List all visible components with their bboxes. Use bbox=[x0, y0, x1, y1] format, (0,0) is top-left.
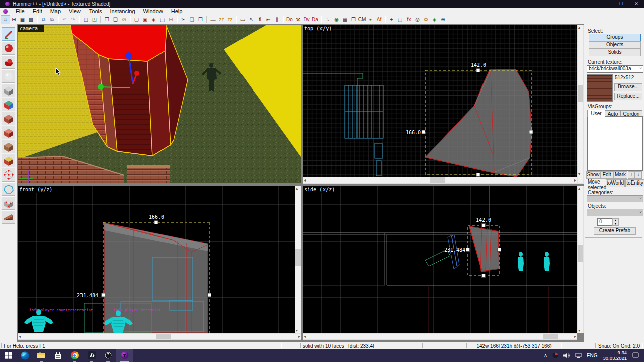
menu-instancing[interactable]: Instancing bbox=[106, 8, 139, 15]
visgroups-list[interactable] bbox=[587, 116, 643, 171]
save-window-state-button[interactable]: ⧉ bbox=[48, 16, 56, 24]
select-solids-button[interactable]: Solids bbox=[589, 49, 641, 56]
compile-cm-button[interactable]: CM bbox=[358, 16, 366, 24]
camera-tool-button[interactable] bbox=[2, 55, 15, 69]
smoothing-groups-button[interactable]: ≈ bbox=[324, 16, 332, 24]
cut-button[interactable]: ✂ bbox=[179, 16, 188, 24]
top-view-vscrollbar[interactable]: ▴▾ bbox=[577, 25, 584, 184]
angle-spinner[interactable]: 0 bbox=[597, 218, 614, 226]
handle-right[interactable] bbox=[498, 248, 501, 252]
top-view-canvas[interactable]: 142.0 166.0 top (x/y) bbox=[303, 25, 577, 177]
displacement-tool-button[interactable] bbox=[2, 210, 15, 224]
close-button[interactable]: ✕ bbox=[629, 0, 644, 8]
model-browser-button[interactable]: ✿ bbox=[422, 16, 430, 24]
action-center-icon[interactable] bbox=[632, 352, 639, 358]
texture-lock-button[interactable]: zz bbox=[217, 16, 226, 24]
disp-dv-button[interactable]: Dv bbox=[302, 16, 311, 24]
auto-visgroup-button[interactable]: ⊟ bbox=[167, 16, 175, 24]
to-entity-button[interactable]: toEntity bbox=[625, 179, 644, 187]
handle-left[interactable] bbox=[422, 130, 425, 134]
move-up-button[interactable]: ↑ bbox=[628, 171, 635, 179]
start-button[interactable] bbox=[0, 349, 17, 362]
dashed-select-button[interactable]: ⬚ bbox=[396, 16, 405, 24]
hidden-icons-chevron[interactable]: ∧ bbox=[544, 353, 547, 358]
pen-toggle-button[interactable]: ∥ bbox=[273, 16, 281, 24]
pick-face-button[interactable]: ⚒ bbox=[294, 16, 302, 24]
grid-larger-button[interactable]: ▩ bbox=[27, 16, 35, 24]
front-view-hscrollbar[interactable]: ◂▸ bbox=[18, 333, 301, 340]
handle-bottom[interactable] bbox=[476, 173, 480, 177]
spinner-down-button[interactable]: ▾ bbox=[612, 222, 619, 226]
load-window-state-button[interactable]: ⧉ bbox=[39, 16, 48, 24]
toggle-grid-button[interactable]: ⌗ bbox=[1, 16, 10, 24]
carve-button[interactable]: ◳ bbox=[82, 16, 90, 24]
decal-tool-button[interactable] bbox=[2, 126, 15, 139]
magnify-tool-button[interactable] bbox=[2, 41, 15, 55]
language-indicator[interactable]: ENG bbox=[587, 353, 598, 358]
texture-application-tool-button[interactable] bbox=[2, 98, 15, 111]
apply-current-texture-tool-button[interactable] bbox=[2, 112, 15, 125]
viewport-front[interactable]: 166.0 231.484 info_player_counterterrori… bbox=[18, 186, 295, 333]
to-world-button[interactable]: toWorld bbox=[606, 179, 625, 187]
explorer-app[interactable] bbox=[33, 349, 50, 362]
texture-group-button[interactable]: ▬ bbox=[209, 16, 217, 24]
handle-right[interactable] bbox=[529, 130, 533, 134]
orbit-view-button[interactable]: ◎ bbox=[413, 16, 422, 24]
menu-edit[interactable]: Edit bbox=[29, 8, 46, 15]
center-2d-views-button[interactable]: ⇤ bbox=[264, 16, 273, 24]
texture-combobox[interactable]: brick/brickwall003a ˅ bbox=[587, 65, 643, 73]
toggle-3d-grid-button[interactable]: ⊞ bbox=[10, 16, 18, 24]
clock[interactable]: 9:34 30.03.2021 bbox=[603, 350, 627, 361]
medal-tray-icon[interactable] bbox=[552, 352, 558, 358]
camera-view-canvas[interactable]: camera bbox=[18, 25, 301, 183]
ungroup-button[interactable]: ❑ bbox=[111, 16, 120, 24]
menu-tools[interactable]: Tools bbox=[85, 8, 106, 15]
edit-button[interactable]: Edit bbox=[600, 171, 613, 179]
cordon-edit-button[interactable]: ▢ bbox=[132, 16, 141, 24]
handle-right[interactable] bbox=[208, 293, 211, 297]
selection-tool-button[interactable] bbox=[2, 27, 15, 41]
hammer-app[interactable] bbox=[116, 349, 133, 362]
side-view-vscrollbar[interactable]: ▴▾ bbox=[577, 186, 584, 333]
foliage-tool-button[interactable]: ❧ bbox=[366, 16, 375, 24]
sky-preview-button[interactable]: ◉ bbox=[332, 16, 341, 24]
front-view-canvas[interactable]: 166.0 231.484 info_player_counterterrori… bbox=[18, 186, 295, 333]
overlay-tool-button[interactable] bbox=[2, 140, 15, 153]
grid-window-button[interactable]: ▦ bbox=[341, 16, 349, 24]
fx-toggle-button[interactable]: fx bbox=[405, 16, 413, 24]
select-objects-button[interactable]: Objects bbox=[589, 41, 641, 49]
side-view-canvas[interactable]: 142.0 231.484 side (x/z) bbox=[303, 186, 577, 333]
prop-tool-button[interactable]: ◈ bbox=[430, 16, 439, 24]
mark-button[interactable]: Mark bbox=[613, 171, 627, 179]
fade-preview-button[interactable]: Af bbox=[375, 16, 383, 24]
selection-bounds-button[interactable]: ▭ bbox=[238, 16, 247, 24]
maximize-button[interactable]: ❐ bbox=[614, 0, 629, 8]
vertex-tool-button[interactable] bbox=[2, 168, 15, 182]
add-point-button[interactable]: + bbox=[387, 16, 396, 24]
select-touching-button[interactable]: ◈ bbox=[149, 16, 158, 24]
menu-map[interactable]: Map bbox=[46, 8, 65, 15]
viewport-top[interactable]: 142.0 166.0 top (x/y) bbox=[303, 25, 577, 177]
handle-top[interactable] bbox=[476, 69, 480, 72]
obs-app[interactable] bbox=[100, 349, 116, 362]
menu-help[interactable]: Help bbox=[167, 8, 187, 15]
medal-app[interactable] bbox=[83, 349, 100, 362]
menu-window[interactable]: Window bbox=[139, 8, 167, 15]
path-tool-button[interactable] bbox=[2, 196, 15, 210]
network-icon[interactable] bbox=[575, 353, 582, 358]
replace-button[interactable]: Replace... bbox=[614, 93, 642, 100]
edge-app[interactable] bbox=[17, 349, 33, 362]
handle-left[interactable] bbox=[102, 293, 105, 297]
copy-button[interactable]: ❏ bbox=[188, 16, 196, 24]
menu-view[interactable]: View bbox=[65, 8, 85, 15]
show-button[interactable]: Show bbox=[586, 171, 600, 179]
paste-button[interactable]: ❒ bbox=[196, 16, 205, 24]
texture-preview[interactable] bbox=[587, 74, 613, 102]
side-view-hscrollbar[interactable]: ◂▸ bbox=[303, 333, 577, 340]
redo-button[interactable]: ↷ bbox=[69, 16, 77, 24]
top-view-hscrollbar[interactable]: ◂▸ bbox=[303, 177, 577, 184]
disp-do-button[interactable]: Do bbox=[285, 16, 294, 24]
handle-left[interactable] bbox=[466, 248, 470, 252]
instance-tool-button[interactable]: ⊕ bbox=[439, 16, 447, 24]
move-down-button[interactable]: ↓ bbox=[635, 171, 642, 179]
